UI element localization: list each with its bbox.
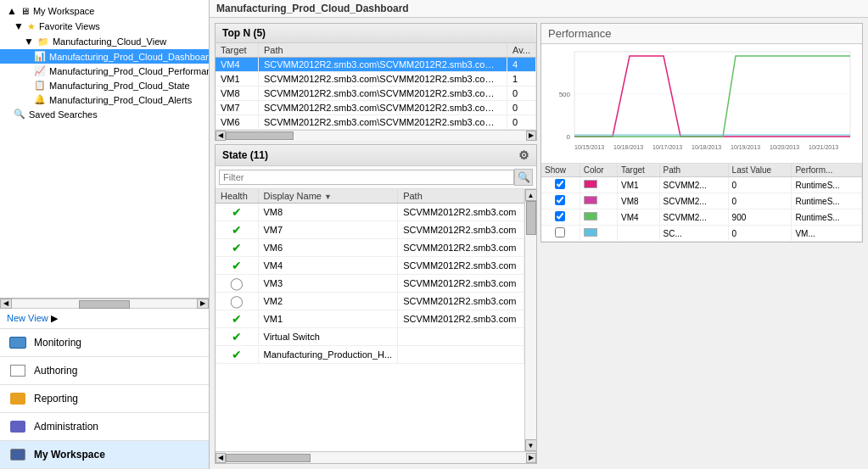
legend-row: VM4 SCVMM2... 900 RuntimeS... xyxy=(541,209,862,226)
legend-col-path: Path xyxy=(659,164,728,177)
state-row[interactable]: ◯ VM3 SCVMM2012R2.smb3.com xyxy=(216,275,524,293)
topn-scroll-thumb[interactable] xyxy=(226,131,294,140)
state-scroll-down[interactable]: ▼ xyxy=(525,439,537,451)
breadcrumb-text: Manufacturing_Prod_Cloud_Dashboard xyxy=(216,3,409,14)
workspace-icon xyxy=(8,447,27,462)
color-swatch xyxy=(584,212,597,221)
state-row[interactable]: ✔ VM1 SCVMM2012R2.smb3.com xyxy=(216,310,524,328)
nav-item-administration[interactable]: Administration xyxy=(0,413,209,441)
sidebar-item-cloud-view[interactable]: ▼ 📁 Manufacturing_Cloud_View xyxy=(0,34,209,49)
topn-col-path: Path xyxy=(258,43,507,58)
perf-header: Performance xyxy=(541,24,862,44)
topn-panel: Top N (5) Target Path Av... VM4 SCVMM201… xyxy=(215,23,537,141)
scroll-track xyxy=(12,299,197,309)
svg-text:10/20/2013: 10/20/2013 xyxy=(770,144,799,150)
state-hscroll-left[interactable]: ◀ xyxy=(216,453,226,463)
sort-icon: ▼ xyxy=(324,193,332,201)
legend-row: SC... 0 VM... xyxy=(541,226,862,242)
sidebar-item-performance[interactable]: 📈 Manufacturing_Prod_Cloud_Performance xyxy=(0,64,209,78)
new-view-link[interactable]: New View xyxy=(7,313,48,323)
health-icon-green: ✔ xyxy=(232,312,242,326)
state-row[interactable]: ◯ VM2 SCVMM2012R2.smb3.com xyxy=(216,293,524,310)
sidebar-item-state[interactable]: 📋 Manufacturing_Prod_Cloud_State xyxy=(0,78,209,92)
legend-cell-path: SCVMM2... xyxy=(659,177,728,193)
scroll-thumb[interactable] xyxy=(79,300,130,309)
nav-item-authoring[interactable]: Authoring xyxy=(0,357,209,385)
topn-row[interactable]: VM1 SCVMM2012R2.smb3.com\SCVMM2012R2.smb… xyxy=(216,72,536,87)
sidebar-item-dashboard[interactable]: 📊 Manufacturing_Prod_Cloud_Dashboard xyxy=(0,49,209,64)
nav-administration-label: Administration xyxy=(34,421,98,433)
perf-legend: Show Color Target Path Last Value Perfor… xyxy=(541,163,862,242)
state-tbody: ✔ VM8 SCVMM2012R2.smb3.com ✔ VM7 SCVMM20… xyxy=(216,204,524,364)
nav-item-workspace[interactable]: My Workspace xyxy=(0,441,209,469)
main-content: Manufacturing_Prod_Cloud_Dashboard Top N… xyxy=(210,0,868,469)
legend-cell-show[interactable] xyxy=(541,209,580,226)
topn-row[interactable]: VM8 SCVMM2012R2.smb3.com\SCVMM2012R2.smb… xyxy=(216,87,536,101)
state-label: Manufacturing_Prod_Cloud_State xyxy=(49,81,190,91)
state-row[interactable]: ✔ Virtual Switch xyxy=(216,328,524,346)
state-scroll-track xyxy=(525,201,537,439)
topn-scroll-right[interactable]: ▶ xyxy=(526,131,536,141)
topn-row[interactable]: VM4 SCVMM2012R2.smb3.com\SCVMM2012R2.smb… xyxy=(216,58,536,72)
state-row[interactable]: ✔ VM6 SCVMM2012R2.smb3.com xyxy=(216,239,524,257)
state-cell-name: VM6 xyxy=(258,239,398,257)
legend-cell-show[interactable] xyxy=(541,226,580,242)
nav-workspace-label: My Workspace xyxy=(34,449,105,461)
legend-cell-perform: VM... xyxy=(792,226,862,242)
legend-cell-target xyxy=(618,226,660,242)
nav-item-monitoring[interactable]: Monitoring xyxy=(0,329,209,357)
topn-scroll-left[interactable]: ◀ xyxy=(216,131,226,141)
nav-monitoring-label: Monitoring xyxy=(34,337,81,349)
topn-row[interactable]: VM6 SCVMM2012R2.smb3.com\SCVMM2012R2.smb… xyxy=(216,115,536,130)
sidebar-item-saved-searches[interactable]: 🔍 Saved Searches xyxy=(0,107,209,121)
state-scroll-up[interactable]: ▲ xyxy=(525,189,537,201)
legend-tbody: VM1 SCVMM2... 0 RuntimeS... VM8 SCVMM2..… xyxy=(541,177,862,242)
state-col-name[interactable]: Display Name ▼ xyxy=(258,189,398,204)
legend-checkbox[interactable] xyxy=(555,227,565,237)
state-col-path: Path xyxy=(398,189,524,204)
legend-checkbox[interactable] xyxy=(555,211,565,221)
scroll-left-arrow[interactable]: ◀ xyxy=(0,299,12,309)
legend-cell-show[interactable] xyxy=(541,177,580,193)
svg-text:10/17/2013: 10/17/2013 xyxy=(652,144,682,150)
right-panel: Performance 500 0 10/15/2013 10/ xyxy=(540,23,863,464)
breadcrumb: Manufacturing_Prod_Cloud_Dashboard xyxy=(210,0,868,18)
state-cell-health: ◯ xyxy=(216,293,258,310)
nav-item-reporting[interactable]: Reporting xyxy=(0,385,209,413)
cloud-view-label: Manufacturing_Cloud_View xyxy=(53,36,166,47)
topn-scroll-track xyxy=(226,131,526,141)
state-row[interactable]: ✔ VM4 SCVMM2012R2.smb3.com xyxy=(216,257,524,275)
svg-text:500: 500 xyxy=(559,91,571,98)
state-scroll-thumb[interactable] xyxy=(526,201,536,235)
state-cell-health: ✔ xyxy=(216,257,258,275)
state-cell-path: SCVMM2012R2.smb3.com xyxy=(398,293,524,310)
nav-reporting-label: Reporting xyxy=(34,393,78,405)
topn-cell-target: VM7 xyxy=(216,101,258,115)
sidebar-item-workspace-root[interactable]: ▲ 🖥 My Workspace xyxy=(0,3,209,19)
state-hscroll-thumb[interactable] xyxy=(226,454,311,462)
legend-checkbox[interactable] xyxy=(555,179,565,189)
state-row[interactable]: ✔ VM8 SCVMM2012R2.smb3.com xyxy=(216,204,524,221)
content-area: Top N (5) Target Path Av... VM4 SCVMM201… xyxy=(210,18,868,469)
color-swatch xyxy=(584,196,597,204)
sidebar-item-favorites[interactable]: ▼ ★ Favorite Views xyxy=(0,19,209,34)
scroll-right-arrow[interactable]: ▶ xyxy=(197,299,209,309)
topn-cell-path: SCVMM2012R2.smb3.com\SCVMM2012R2.smb3.co… xyxy=(258,115,507,130)
gear-icon[interactable]: ⚙ xyxy=(518,148,529,162)
health-icon-green: ✔ xyxy=(232,330,242,343)
legend-table: Show Color Target Path Last Value Perfor… xyxy=(541,164,862,242)
state-row[interactable]: ✔ Manufacturing_Production_H... xyxy=(216,346,524,364)
state-cell-name: Virtual Switch xyxy=(258,328,398,346)
topn-row[interactable]: VM7 SCVMM2012R2.smb3.com\SCVMM2012R2.smb… xyxy=(216,101,536,115)
state-cell-health: ✔ xyxy=(216,239,258,257)
legend-cell-show[interactable] xyxy=(541,193,580,209)
legend-cell-path: SCVMM2... xyxy=(659,209,728,226)
state-hscroll-right[interactable]: ▶ xyxy=(526,453,536,463)
sidebar-item-alerts[interactable]: 🔔 Manufacturing_Prod_Cloud_Alerts xyxy=(0,92,209,107)
state-search-button[interactable]: 🔍 xyxy=(514,169,533,186)
chart-area: 500 0 10/15/2013 10/16/2013 10/17/2013 1… xyxy=(541,44,862,163)
state-row[interactable]: ✔ VM7 SCVMM2012R2.smb3.com xyxy=(216,221,524,239)
legend-cell-target: VM8 xyxy=(618,193,660,209)
legend-checkbox[interactable] xyxy=(555,195,565,205)
state-filter-input[interactable] xyxy=(219,170,514,185)
